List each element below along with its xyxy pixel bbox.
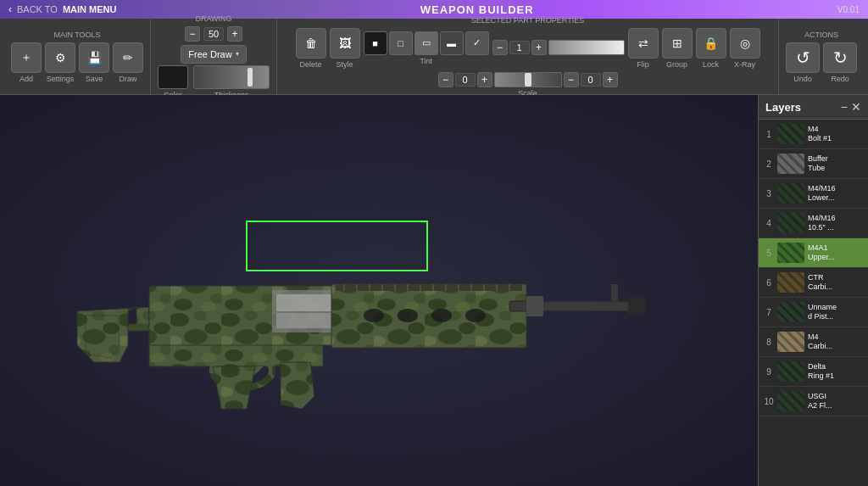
flip-label: Flip: [637, 60, 649, 69]
drawing-label: Drawing: [195, 14, 231, 23]
thickness-slider[interactable]: [193, 65, 270, 89]
style-label: Style: [336, 60, 353, 69]
save-tool: 💾 Save: [79, 42, 109, 83]
tint-plus-btn[interactable]: +: [531, 40, 547, 55]
scale-slider[interactable]: [494, 72, 562, 87]
actions-label: Actions: [804, 31, 838, 39]
group-button[interactable]: ⊞: [662, 28, 693, 59]
draw-tool-row: Free Draw ▾: [181, 45, 246, 64]
undo-button[interactable]: ↺: [786, 42, 820, 73]
scale-minus-btn[interactable]: −: [438, 72, 453, 87]
layers-header: Layers − ✕: [759, 95, 868, 120]
top-bar: ‹ BACK TO MAIN MENU WEAPON BUILDER V0.01: [0, 0, 868, 19]
svg-point-34: [465, 309, 486, 322]
svg-point-33: [431, 309, 452, 322]
color-swatch[interactable]: [158, 65, 188, 89]
layer-number: 7: [764, 308, 774, 317]
draw-button[interactable]: ✏: [113, 42, 143, 73]
flip-tool: ⇄ Flip: [628, 28, 659, 69]
layer-thumbnail: [777, 154, 804, 174]
layer-name: DeltaRing #1: [808, 362, 863, 381]
back-button[interactable]: ‹ BACK TO MAIN MENU: [8, 3, 116, 15]
style-btn-3[interactable]: ▭: [415, 31, 438, 55]
layer-item[interactable]: 4 M4/M1610.5" ...: [759, 209, 868, 238]
style-btn-check[interactable]: ✓: [465, 31, 489, 55]
tint-minus-btn[interactable]: −: [492, 40, 508, 55]
tint-tool: ■ □ ▭ ▬ ✓ Tint: [364, 31, 489, 65]
layer-number: 6: [764, 278, 774, 288]
canvas-area[interactable]: [0, 95, 758, 486]
thickness-tool: Thickness: [193, 65, 270, 99]
style-btn-4[interactable]: ▬: [440, 31, 464, 55]
color-tool: Color: [158, 65, 188, 99]
lock-label: Lock: [703, 60, 719, 69]
tint-slider-row: − 1 +: [492, 40, 625, 55]
xray-label: X-Ray: [734, 60, 755, 69]
lock-tool: 🔒 Lock: [696, 28, 726, 69]
redo-button[interactable]: ↻: [823, 42, 857, 73]
actions-section: Actions ↺ Undo ↻ Redo: [779, 19, 864, 94]
layer-thumbnail: [777, 361, 804, 382]
main-tools-label: Main Tools: [53, 31, 100, 39]
lock-button[interactable]: 🔒: [696, 28, 726, 59]
layers-title: Layers: [765, 101, 801, 114]
undo-label: Undo: [793, 75, 812, 83]
svg-rect-37: [628, 298, 645, 315]
settings-button[interactable]: ⚙: [45, 42, 75, 73]
layer-number: 1: [764, 130, 774, 139]
layer-item[interactable]: 10 USGIA2 Fl...: [759, 387, 868, 416]
layer-item[interactable]: 3 M4/M16Lower...: [759, 179, 868, 209]
layer-name: CTRCarbi...: [808, 273, 863, 292]
layer-item[interactable]: 8 M4Carbi...: [759, 327, 868, 357]
layers-close-button[interactable]: ✕: [851, 100, 861, 114]
tint-value: 1: [509, 41, 530, 54]
svg-point-31: [364, 309, 384, 322]
main-area: Layers − ✕ 1 M4Bolt #1 2 BufferTube 3 M4…: [0, 95, 868, 486]
layer-number: 3: [764, 189, 774, 198]
draw-tool-item: ✏ Draw: [113, 42, 143, 83]
layers-minimize-button[interactable]: −: [841, 100, 848, 114]
svg-rect-15: [331, 284, 526, 348]
save-button[interactable]: 💾: [79, 42, 109, 73]
thickness-row: − 50 +: [185, 26, 242, 42]
layer-name: M4Carbi...: [808, 332, 863, 351]
thickness-minus-btn[interactable]: −: [185, 26, 200, 42]
xray-button[interactable]: ◎: [730, 28, 760, 59]
layer-item[interactable]: 9 DeltaRing #1: [759, 357, 868, 387]
svg-rect-36: [526, 296, 543, 316]
style-btn-1[interactable]: ■: [364, 31, 387, 55]
layer-item[interactable]: 5 M4A1Upper...: [759, 238, 868, 268]
svg-point-32: [398, 309, 418, 322]
scale-minus2-btn[interactable]: −: [564, 72, 579, 87]
app-version: V0.01: [837, 5, 860, 14]
draw-tool-dropdown[interactable]: Free Draw ▾: [181, 45, 246, 64]
delete-button[interactable]: 🗑: [296, 28, 326, 59]
flip-button[interactable]: ⇄: [628, 28, 659, 59]
layer-thumbnail: [777, 213, 804, 233]
layer-item[interactable]: 2 BufferTube: [759, 149, 868, 179]
settings-label: Settings: [47, 75, 75, 83]
scale-plus2-btn[interactable]: +: [603, 72, 618, 87]
layer-name: M4/M16Lower...: [808, 184, 863, 203]
layer-item[interactable]: 7 Unnamed Pist...: [759, 298, 868, 327]
layer-item[interactable]: 1 M4Bolt #1: [759, 120, 868, 149]
style-btn-2[interactable]: □: [389, 31, 413, 55]
layer-thumbnail: [777, 391, 804, 411]
redo-tool: ↻ Redo: [823, 42, 857, 83]
tint-slider[interactable]: [548, 40, 625, 55]
layers-header-buttons: − ✕: [841, 100, 861, 114]
layer-name: Unnamed Pist...: [808, 303, 863, 321]
selected-part-label: Selected Part Properties: [471, 16, 584, 25]
scale-tool: − 0 + − 0 + Scale: [438, 72, 618, 98]
save-label: Save: [86, 75, 103, 83]
style-button[interactable]: 🖼: [330, 28, 360, 59]
thickness-plus-btn[interactable]: +: [227, 26, 242, 42]
layer-number: 9: [764, 367, 774, 377]
layer-thumbnail: [777, 243, 804, 263]
scale-plus-btn[interactable]: +: [477, 72, 492, 87]
layer-item[interactable]: 6 CTRCarbi...: [759, 268, 868, 298]
layer-thumbnail: [777, 124, 804, 144]
scale-left-val: 0: [455, 73, 476, 87]
layer-name: M4A1Upper...: [808, 243, 863, 262]
add-button[interactable]: ＋: [11, 42, 42, 73]
